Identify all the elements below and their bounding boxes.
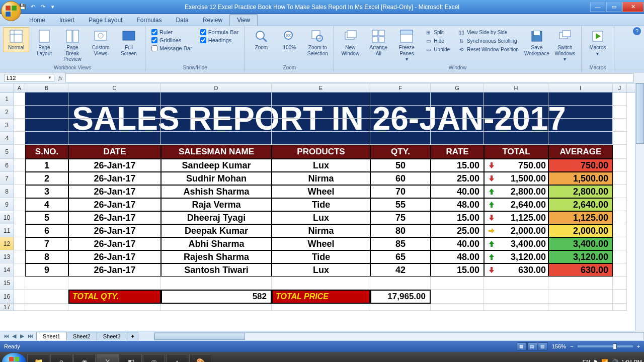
cell-qty[interactable]: 75 [370, 211, 431, 224]
cell[interactable] [161, 277, 272, 290]
worksheet[interactable]: A B C D E F G H I J SALES REPORT IN 26-J… [0, 83, 644, 331]
header-qty[interactable]: QTY. [370, 145, 431, 159]
zoom-to-selection-button[interactable]: Zoom to Selection [304, 27, 331, 58]
unhide-button[interactable]: ▭Unhide [424, 45, 451, 53]
cell[interactable] [370, 106, 431, 119]
normal-view-button[interactable]: Normal [3, 27, 29, 52]
cell[interactable] [25, 106, 68, 119]
cell-average[interactable]: 3,400.00 [548, 237, 613, 250]
row-header[interactable]: 14 [0, 263, 14, 277]
cell-salesman[interactable]: Raja Verma [161, 198, 272, 211]
cell[interactable] [548, 93, 613, 106]
office-button[interactable] [1, 1, 21, 21]
cell[interactable] [613, 250, 627, 263]
taskbar-ie-icon[interactable]: e [50, 354, 72, 362]
zoom-button[interactable]: Zoom [248, 27, 274, 52]
cell-date[interactable]: 26-Jan-17 [68, 198, 161, 211]
cell-salesman[interactable]: Santosh Tiwari [161, 263, 272, 277]
arrange-all-button[interactable]: Arrange All [365, 27, 391, 58]
sheet-nav-first-icon[interactable]: ⏮ [2, 333, 10, 339]
cell[interactable] [613, 290, 627, 304]
col-header-H[interactable]: H [484, 83, 548, 92]
help-icon[interactable]: ? [633, 27, 641, 35]
cell[interactable] [25, 290, 68, 304]
cell[interactable] [14, 145, 25, 159]
cell[interactable] [68, 106, 161, 119]
col-header-J[interactable]: J [613, 83, 627, 92]
cell-rate[interactable]: 48.00 [431, 198, 484, 211]
cell[interactable] [613, 132, 627, 145]
cell-average[interactable]: 2,000.00 [548, 224, 613, 237]
cell[interactable] [613, 263, 627, 277]
cell[interactable] [613, 119, 627, 132]
cell[interactable] [613, 224, 627, 237]
cell[interactable] [613, 185, 627, 198]
cell[interactable] [370, 277, 431, 290]
cell[interactable] [272, 277, 370, 290]
cell-salesman[interactable]: Deepak Kumar [161, 224, 272, 237]
cell[interactable] [484, 119, 548, 132]
cell[interactable] [161, 132, 272, 145]
cell[interactable] [484, 290, 548, 304]
row-header[interactable]: 3 [0, 119, 14, 132]
cell[interactable] [272, 93, 370, 106]
cell[interactable] [14, 237, 25, 250]
cell[interactable] [272, 132, 370, 145]
cell-sno[interactable]: 2 [25, 172, 68, 185]
cell[interactable] [431, 93, 484, 106]
sheet-nav-prev-icon[interactable]: ◀ [10, 333, 18, 339]
row-header[interactable]: 9 [0, 198, 14, 211]
cell-rate[interactable]: 48.00 [431, 250, 484, 263]
row-header[interactable]: 16 [0, 290, 14, 304]
col-header-F[interactable]: F [370, 83, 431, 92]
qat-more-icon[interactable]: ▾ [48, 3, 57, 12]
headings-checkbox[interactable]: Headings [200, 37, 239, 43]
cell-date[interactable]: 26-Jan-17 [68, 250, 161, 263]
cell-total[interactable]: 3,120.00 [484, 250, 548, 263]
cell-salesman[interactable]: Abhi Sharma [161, 237, 272, 250]
cell[interactable] [68, 132, 161, 145]
cell[interactable] [613, 211, 627, 224]
cell-product[interactable]: Tide [272, 198, 370, 211]
view-page-layout-icon[interactable]: ▤ [527, 342, 537, 350]
row-header[interactable]: 15 [0, 277, 14, 290]
cell-product[interactable]: Wheel [272, 185, 370, 198]
tray-time[interactable]: 1:04 PM [621, 359, 642, 362]
cell[interactable] [25, 119, 68, 132]
cell[interactable] [431, 119, 484, 132]
cell[interactable] [431, 106, 484, 119]
taskbar-vlc-icon[interactable]: ▲ [166, 354, 188, 362]
cell-average[interactable]: 3,120.00 [548, 250, 613, 263]
cell-qty[interactable]: 65 [370, 250, 431, 263]
tray-volume-icon[interactable]: 🔊 [611, 359, 618, 363]
cell-sno[interactable]: 1 [25, 159, 68, 172]
cell-qty[interactable]: 42 [370, 263, 431, 277]
cell[interactable] [25, 132, 68, 145]
formula-input[interactable] [65, 73, 634, 82]
cell[interactable] [548, 132, 613, 145]
cell[interactable] [548, 119, 613, 132]
row-header[interactable]: 1 [0, 93, 14, 106]
hide-button[interactable]: ▭Hide [424, 37, 451, 45]
cell-rate[interactable]: 40.00 [431, 237, 484, 250]
cell-total[interactable]: 1,500.00 [484, 172, 548, 185]
cell-rate[interactable]: 15.00 [431, 263, 484, 277]
cell[interactable] [14, 185, 25, 198]
cell[interactable] [272, 119, 370, 132]
cell-average[interactable]: 1,125.00 [548, 211, 613, 224]
new-window-button[interactable]: New Window [337, 27, 363, 58]
cell[interactable] [370, 119, 431, 132]
zoom-out-icon[interactable]: − [570, 343, 573, 349]
cell[interactable] [14, 224, 25, 237]
cell[interactable] [548, 106, 613, 119]
undo-icon[interactable]: ↶ [28, 3, 37, 12]
cell[interactable] [68, 93, 161, 106]
row-header[interactable]: 17 [0, 304, 14, 311]
tray-network-icon[interactable]: 📶 [601, 359, 608, 363]
col-header-D[interactable]: D [161, 83, 272, 92]
cell[interactable] [14, 106, 25, 119]
reset-window-position-button[interactable]: ⟲Reset Window Position [457, 45, 520, 53]
freeze-panes-button[interactable]: Freeze Panes▾ [393, 27, 420, 64]
name-box[interactable]: L12▼ [4, 74, 54, 82]
cell-date[interactable]: 26-Jan-17 [68, 237, 161, 250]
